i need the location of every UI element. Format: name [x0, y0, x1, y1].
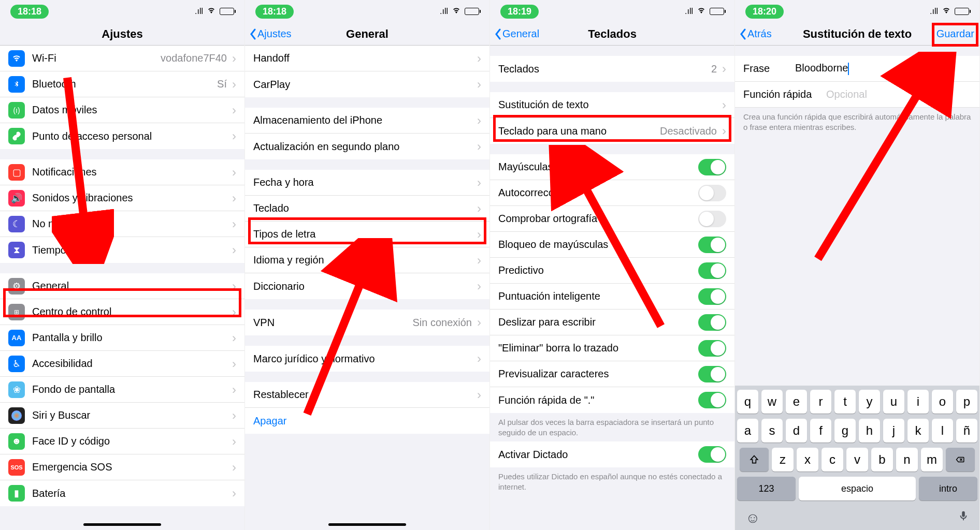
- row-bater-a[interactable]: ▮Batería›: [0, 480, 244, 506]
- row-fecha-y-hora[interactable]: Fecha y hora›: [245, 170, 489, 196]
- delete-key[interactable]: [946, 448, 975, 472]
- row-carplay[interactable]: CarPlay›: [245, 71, 489, 97]
- shift-key[interactable]: [740, 448, 769, 472]
- row-punto-de-acceso-personal[interactable]: Punto de acceso personal›: [0, 123, 244, 149]
- row-emergencia-sos[interactable]: SOSEmergencia SOS›: [0, 454, 244, 480]
- row-previsualizar-caracteres[interactable]: Previsualizar caracteres: [490, 361, 734, 387]
- row-vpn[interactable]: VPNSin conexión›: [245, 310, 489, 335]
- save-button[interactable]: Guardar: [936, 28, 974, 40]
- frase-field[interactable]: Frase Bloodborne: [735, 56, 979, 82]
- key-b[interactable]: b: [871, 448, 893, 472]
- toggle[interactable]: [698, 185, 726, 201]
- row-idioma-y-regi-n[interactable]: Idioma y región›: [245, 247, 489, 273]
- row-comprobar-ortograf-a[interactable]: Comprobar ortografía: [490, 206, 734, 232]
- key-g[interactable]: g: [834, 419, 856, 443]
- row-restablecer[interactable]: Restablecer›: [245, 382, 489, 408]
- row-fondo-de-pantalla[interactable]: ❀Fondo de pantalla›: [0, 377, 244, 403]
- numbers-key[interactable]: 123: [737, 477, 796, 500]
- row-apagar[interactable]: Apagar: [245, 408, 489, 434]
- toggle[interactable]: [698, 366, 726, 382]
- row-centro-de-control[interactable]: ⊞Centro de control›: [0, 299, 244, 325]
- row-may-sculas-autom-ticas[interactable]: Mayúsculas automáticas: [490, 154, 734, 180]
- toggle[interactable]: [698, 340, 726, 357]
- row-puntuaci-n-inteligente[interactable]: Puntuación inteligente: [490, 284, 734, 310]
- toggle[interactable]: [698, 262, 726, 279]
- row-datos-m-viles[interactable]: (ı)Datos móviles›: [0, 97, 244, 123]
- row-accesibilidad[interactable]: ♿︎Accesibilidad›: [0, 351, 244, 377]
- key-t[interactable]: t: [834, 390, 856, 414]
- key-n[interactable]: n: [896, 448, 918, 472]
- row-teclados[interactable]: Teclados2›: [490, 56, 734, 82]
- key-e[interactable]: e: [786, 390, 807, 414]
- key-i[interactable]: i: [907, 390, 929, 414]
- key-r[interactable]: r: [810, 390, 831, 414]
- key-m[interactable]: m: [921, 448, 943, 472]
- chevron-right-icon: ›: [232, 77, 236, 92]
- navbar: Ajustes: [0, 23, 244, 46]
- key-y[interactable]: y: [859, 390, 880, 414]
- row-teclado[interactable]: Teclado›: [245, 196, 489, 222]
- key-p[interactable]: p: [956, 390, 977, 414]
- key-w[interactable]: w: [761, 390, 783, 414]
- funcion-rapida-field[interactable]: Función rápida Opcional: [735, 82, 979, 108]
- key-s[interactable]: s: [761, 419, 783, 443]
- row-pantalla-y-brillo[interactable]: AAPantalla y brillo›: [0, 325, 244, 351]
- key-u[interactable]: u: [883, 390, 904, 414]
- toggle[interactable]: [698, 446, 726, 463]
- row-marco-jur-dico-y-normativo[interactable]: Marco jurídico y normativo›: [245, 346, 489, 372]
- key-q[interactable]: q: [737, 390, 758, 414]
- key-d[interactable]: d: [786, 419, 807, 443]
- row-face-id-y-c-digo[interactable]: ☻Face ID y código›: [0, 429, 244, 454]
- toggle[interactable]: [698, 237, 726, 253]
- row-almacenamiento-del-iphone[interactable]: Almacenamiento del iPhone›: [245, 108, 489, 134]
- key-z[interactable]: z: [772, 448, 794, 472]
- key-ñ[interactable]: ñ: [956, 419, 977, 443]
- key-k[interactable]: k: [907, 419, 929, 443]
- key-x[interactable]: x: [797, 448, 818, 472]
- mic-icon[interactable]: [958, 509, 969, 527]
- row-autocorrecci-n[interactable]: Autocorrección: [490, 180, 734, 206]
- row-predictivo[interactable]: Predictivo: [490, 258, 734, 284]
- acc-icon: ♿︎: [8, 356, 25, 372]
- row-handoff[interactable]: Handoff›: [245, 46, 489, 71]
- row-bloqueo-de-may-sculas[interactable]: Bloqueo de mayúsculas: [490, 232, 734, 258]
- key-a[interactable]: a: [737, 419, 758, 443]
- toggle[interactable]: [698, 314, 726, 331]
- row-funci-n-r-pida-de-[interactable]: Función rápida de ".": [490, 387, 734, 413]
- back-button[interactable]: General: [494, 28, 539, 40]
- key-v[interactable]: v: [846, 448, 868, 472]
- row-sustituci-n-de-texto[interactable]: Sustitución de texto›: [490, 92, 734, 118]
- row-diccionario[interactable]: Diccionario›: [245, 273, 489, 299]
- row-no-molestar[interactable]: ☾No molestar›: [0, 211, 244, 237]
- toggle[interactable]: [698, 392, 726, 408]
- row-tiempo-de-uso[interactable]: ⧗Tiempo de uso›: [0, 237, 244, 263]
- key-c[interactable]: c: [822, 448, 843, 472]
- toggle[interactable]: [698, 159, 726, 175]
- key-h[interactable]: h: [859, 419, 880, 443]
- row-tipos-de-letra[interactable]: Tipos de letra›: [245, 222, 489, 247]
- note: Crea una función rápida que escribirá au…: [735, 108, 979, 136]
- back-button[interactable]: Ajustes: [249, 28, 292, 40]
- emoji-icon[interactable]: ☺: [745, 510, 760, 526]
- key-l[interactable]: l: [932, 419, 953, 443]
- row--eliminar-borra-lo-trazado[interactable]: "Eliminar" borra lo trazado: [490, 335, 734, 361]
- row-deslizar-para-escribir[interactable]: Deslizar para escribir: [490, 310, 734, 335]
- toggle[interactable]: [698, 211, 726, 227]
- intro-key[interactable]: intro: [919, 477, 977, 500]
- key-f[interactable]: f: [810, 419, 831, 443]
- back-button[interactable]: Atrás: [739, 28, 772, 40]
- row-general[interactable]: ⚙General›: [0, 273, 244, 299]
- page-title: General: [346, 27, 388, 41]
- key-o[interactable]: o: [932, 390, 953, 414]
- row-bluetooth[interactable]: BluetoothSí›: [0, 71, 244, 97]
- row-wi-fi[interactable]: Wi-Fivodafone7F40›: [0, 46, 244, 71]
- row-activar-dictado[interactable]: Activar Dictado: [490, 441, 734, 467]
- space-key[interactable]: espacio: [799, 477, 916, 500]
- row-notificaciones[interactable]: ▢Notificaciones›: [0, 159, 244, 185]
- row-actualizaci-n-en-segundo-plano[interactable]: Actualización en segundo plano›: [245, 134, 489, 159]
- row-siri-y-buscar[interactable]: Siri y Buscar›: [0, 403, 244, 429]
- row-teclado-para-una-mano[interactable]: Teclado para una manoDesactivado›: [490, 118, 734, 144]
- key-j[interactable]: j: [883, 419, 904, 443]
- toggle[interactable]: [698, 288, 726, 305]
- row-sonidos-y-vibraciones[interactable]: 🔊Sonidos y vibraciones›: [0, 185, 244, 211]
